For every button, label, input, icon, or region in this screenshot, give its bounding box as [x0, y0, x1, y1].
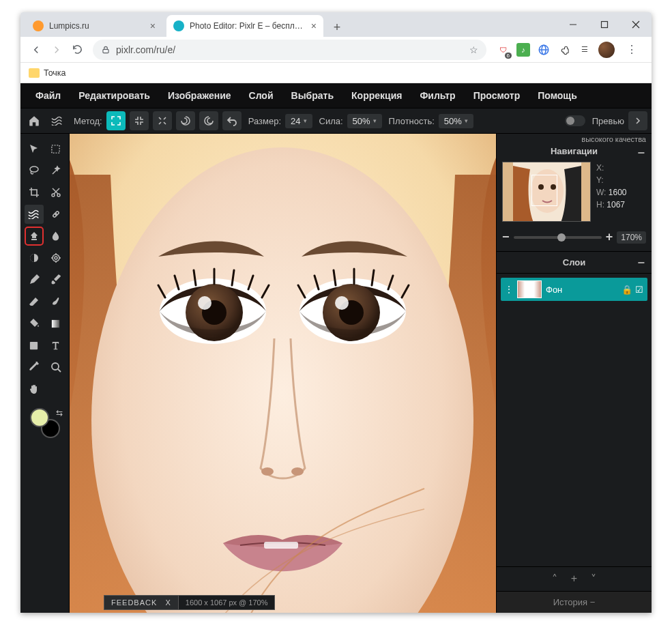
menu-edit[interactable]: Редактировать [70, 86, 158, 105]
ext-adblock-icon[interactable]: 🛡6 [496, 43, 510, 57]
forward-button[interactable] [46, 40, 67, 60]
tool-brush[interactable] [46, 270, 65, 289]
preview-toggle[interactable] [565, 115, 585, 126]
svg-rect-1 [602, 22, 608, 28]
bookmark-star-icon[interactable]: ☆ [469, 44, 478, 55]
color-swatches[interactable]: ⇆ [30, 408, 60, 438]
method-pinch-icon[interactable] [153, 111, 172, 130]
right-panel: высокого качества Навигации − [496, 134, 652, 613]
layer-name: Фон [546, 285, 617, 295]
tool-move[interactable] [25, 139, 44, 158]
menu-file[interactable]: Файл [27, 86, 69, 105]
minimize-icon[interactable]: − [637, 145, 645, 160]
tool-liquify[interactable] [25, 205, 44, 224]
profile-avatar[interactable] [598, 42, 615, 58]
zoom-slider[interactable] [514, 236, 602, 239]
home-icon[interactable] [25, 111, 44, 130]
navigator-viewport[interactable] [531, 175, 557, 206]
zoom-in-button[interactable]: + [606, 230, 613, 244]
tool-gradient[interactable] [46, 314, 65, 333]
size-dropdown[interactable]: 24 [285, 114, 312, 128]
new-tab-button[interactable]: + [327, 18, 347, 37]
menu-layer[interactable]: Слой [241, 86, 282, 105]
tool-lasso[interactable] [25, 161, 44, 180]
reload-button[interactable] [67, 40, 87, 60]
window-minimize-button[interactable] [557, 12, 589, 37]
tool-clone[interactable] [25, 227, 44, 246]
svg-point-9 [30, 166, 38, 172]
chrome-menu-button[interactable]: ⋮ [622, 43, 642, 56]
tool-blur[interactable] [46, 227, 65, 246]
menu-image[interactable]: Изображение [160, 86, 239, 105]
tool-text[interactable] [46, 336, 65, 355]
tab-close-icon[interactable]: × [311, 20, 317, 31]
tool-zoom[interactable] [46, 358, 65, 377]
address-bar[interactable]: pixlr.com/ru/e/ ☆ [93, 40, 486, 60]
tool-crop[interactable] [25, 183, 44, 202]
ext-green-icon[interactable]: ♪ [516, 43, 530, 57]
tool-sponge[interactable] [46, 248, 65, 267]
navigator-content: X: Y: W: 1600 H: 1067 [497, 162, 652, 227]
canvas-area[interactable]: FEEDBACK X 1600 x 1067 px @ 170% [70, 134, 496, 613]
drag-handle-icon[interactable]: ⋮ [505, 285, 513, 294]
method-shrink-icon[interactable] [130, 111, 149, 130]
zoom-value[interactable]: 170% [617, 231, 646, 244]
extensions-puzzle-icon[interactable] [557, 43, 571, 57]
tool-smudge[interactable] [46, 292, 65, 311]
layer-item[interactable]: ⋮ Фон 🔒 ☑ [501, 278, 647, 301]
method-enlarge-icon[interactable] [106, 111, 126, 130]
expand-panel-icon[interactable] [628, 111, 647, 130]
ext-globe-icon[interactable] [537, 43, 551, 57]
tool-cut[interactable] [46, 183, 65, 202]
options-bar: Метод: Размер: 24 Сила: 50% Плотность: 5… [20, 108, 652, 134]
canvas-image [70, 134, 496, 613]
toolbox: ⇆ [20, 134, 70, 613]
undo-icon[interactable] [222, 111, 242, 130]
tool-heal[interactable] [46, 205, 65, 224]
tool-hand[interactable] [25, 379, 44, 399]
density-dropdown[interactable]: 50% [439, 114, 473, 128]
lock-icon[interactable]: 🔒 [622, 285, 632, 295]
minimize-icon[interactable]: − [590, 597, 596, 607]
tool-eyedropper[interactable] [25, 358, 44, 377]
menu-filter[interactable]: Фильтр [411, 86, 463, 105]
tool-marquee[interactable] [46, 139, 65, 158]
tool-dodge[interactable] [25, 248, 44, 267]
visible-icon[interactable]: ☑ [635, 285, 643, 295]
swap-colors-icon[interactable]: ⇆ [56, 408, 63, 418]
feedback-button[interactable]: FEEDBACK X [104, 595, 179, 610]
reading-list-icon[interactable]: ☰ [578, 43, 591, 57]
toolbar: pixlr.com/ru/e/ ☆ 🛡6 ♪ ☰ ⋮ [20, 37, 652, 63]
svg-point-10 [52, 194, 55, 197]
window-close-button[interactable] [620, 12, 652, 37]
tool-shape[interactable] [25, 336, 44, 355]
strength-dropdown[interactable]: 50% [347, 114, 382, 128]
menu-select[interactable]: Выбрать [283, 86, 342, 105]
tool-fill[interactable] [25, 314, 44, 333]
window-maximize-button[interactable] [589, 12, 620, 37]
add-layer-icon[interactable]: + [571, 573, 577, 585]
svg-point-30 [291, 467, 304, 476]
tab-lumpics[interactable]: Lumpics.ru × [26, 15, 162, 37]
bookmark-item[interactable]: Точка [44, 68, 66, 78]
menubar: Файл Редактировать Изображение Слой Выбр… [20, 83, 652, 108]
foreground-color[interactable] [30, 408, 49, 427]
tool-pen[interactable] [25, 270, 44, 289]
layer-up-icon[interactable]: ˄ [552, 573, 557, 585]
tool-wand[interactable] [46, 161, 65, 180]
back-button[interactable] [26, 40, 46, 60]
navigator-thumbnail[interactable] [502, 162, 591, 222]
menu-view[interactable]: Просмотр [465, 86, 529, 105]
tab-close-icon[interactable]: × [150, 20, 156, 31]
method-swirl-right-icon[interactable] [199, 111, 218, 130]
layer-down-icon[interactable]: ˅ [591, 573, 596, 585]
zoom-out-button[interactable]: − [502, 230, 510, 244]
menu-correction[interactable]: Коррекция [343, 86, 410, 105]
method-swirl-left-icon[interactable] [176, 111, 195, 130]
feedback-close-icon[interactable]: X [165, 598, 171, 607]
menu-help[interactable]: Помощь [529, 86, 585, 105]
tab-pixlr[interactable]: Photo Editor: Pixlr E – бесплатн × [166, 15, 323, 37]
history-title[interactable]: История − [497, 591, 652, 613]
tool-eraser[interactable] [25, 292, 44, 311]
minimize-icon[interactable]: − [637, 255, 645, 270]
